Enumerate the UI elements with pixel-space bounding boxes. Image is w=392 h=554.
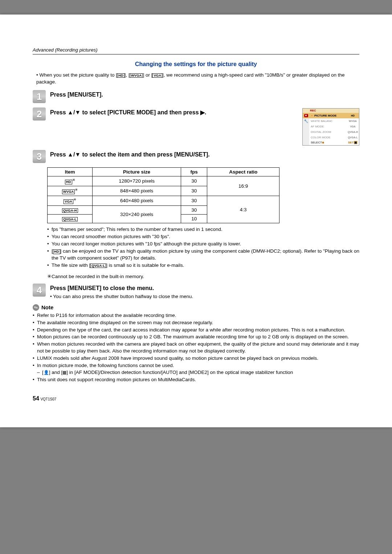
th-fps: fps <box>181 167 207 176</box>
menu-title: REC <box>309 109 359 113</box>
note-item: Motion pictures can be recorded continuo… <box>33 334 359 341</box>
th-size: Picture size <box>93 167 181 176</box>
menu-item: DIGITAL ZOOM <box>309 129 347 135</box>
table-cell: 30 <box>181 196 207 205</box>
note-item: LUMIX models sold after August 2008 have… <box>33 355 359 362</box>
note-item: In motion picture mode, the following fu… <box>33 362 359 376</box>
tracking-icon: ▦ <box>62 370 66 375</box>
step-subtext: • You can also press the shutter button … <box>50 294 359 299</box>
table-cell: QVGA-H <box>48 205 93 214</box>
note-item: This unit does not support recording mot… <box>33 376 359 383</box>
note-heading: ✎ Note <box>33 304 359 311</box>
menu-val: VGA <box>347 124 359 129</box>
th-aspect: Aspect ratio <box>207 167 279 176</box>
menu-set-label: SET <box>348 141 354 144</box>
step-text: Press [MENU/SET]. <box>50 90 359 98</box>
menu-item: AF MODE <box>309 124 347 129</box>
doc-code: VQT1S07 <box>40 397 56 401</box>
step-text: Press ▲/▼ to select [PICTURE MODE] and t… <box>50 107 298 116</box>
page-number: 54 <box>33 395 39 402</box>
table-cell: 1280×720 pixels <box>93 176 181 186</box>
page-footer: 54 VQT1S07 <box>33 395 56 402</box>
asterisk-note: ✳Cannot be recorded in the built-in memo… <box>47 273 359 279</box>
table-cell: 10 <box>181 215 207 223</box>
step-number: 2 <box>33 107 46 121</box>
table-cell: WVGA✳ <box>48 186 93 196</box>
note-item: The file size with [QVGA-L] is small so … <box>47 262 359 269</box>
menu-item: COLOR MODE <box>309 135 347 140</box>
section-heading: Changing the settings for the picture qu… <box>33 61 359 68</box>
step-number: 3 <box>33 150 46 163</box>
menu-val: QVGA-L <box>347 135 359 140</box>
note-item: The available recording time displayed o… <box>33 319 359 326</box>
note-subitem: [👤] and [▦] in [AF MODE]/Direction detec… <box>37 369 359 376</box>
menu-val: HD <box>347 113 359 118</box>
step-1: 1 Press [MENU/SET]. <box>33 90 359 103</box>
note-item: You can record longer motion pictures wi… <box>47 241 359 248</box>
step-number: 4 <box>33 284 46 297</box>
notes-list: Refer to P116 for information about the … <box>33 312 359 383</box>
step-text: Press [MENU/SET] to close the menu. • Yo… <box>50 284 359 299</box>
manual-page: Advanced (Recording pictures) Changing t… <box>0 15 392 427</box>
table-cell: 848×480 pixels <box>93 186 181 196</box>
section-breadcrumb: Advanced (Recording pictures) <box>33 47 359 53</box>
note-item: Refer to P116 for information about the … <box>33 312 359 319</box>
table-cell: 30 <box>181 205 207 214</box>
wrench-tab-icon: 🔧 <box>303 118 309 124</box>
divider <box>33 54 359 54</box>
table-cell: VGA✳ <box>48 196 93 205</box>
th-item: Item <box>48 167 93 176</box>
note-item: Depending on the type of the card, the c… <box>33 327 359 334</box>
step-number: 1 <box>33 90 46 103</box>
menu-item: WHITE BALANC <box>309 118 347 124</box>
menu-item-picture-mode: ←PICTURE MODE <box>309 113 347 118</box>
menu-val: QVGA-H <box>347 129 359 135</box>
table-cell: 4:3 <box>207 196 279 223</box>
camera-tab-icon <box>303 113 309 118</box>
step-4: 4 Press [MENU/SET] to close the menu. • … <box>33 284 359 299</box>
menu-preview: REC ←PICTURE MODE HD 🔧 WHITE BALANC WVGA… <box>302 108 359 146</box>
intro-text: • When you set the picture quality to [H… <box>36 72 359 86</box>
hd-glyph: HD <box>117 73 124 78</box>
menu-val: WVGA <box>347 118 359 124</box>
table-cell: 320×240 pixels <box>93 205 181 223</box>
step-3: 3 Press ▲/▼ to select the item and then … <box>33 150 359 163</box>
table-cell: 16:9 <box>207 176 279 196</box>
face-detect-icon: 👤 <box>44 370 49 375</box>
vga-glyph: VGA <box>152 73 162 78</box>
table-cell: 30 <box>181 186 207 196</box>
step-text: Press ▲/▼ to select the item and then pr… <box>50 150 359 158</box>
table-cell: QVGA-L <box>48 215 93 223</box>
table-cell: 640×480 pixels <box>93 196 181 205</box>
wvga-glyph: WVGA <box>130 73 143 78</box>
table-cell: HD✳ <box>48 176 93 186</box>
note-item: When motion pictures recorded with the c… <box>33 341 359 355</box>
note-item: You can record smoother motion pictures … <box>47 233 359 240</box>
note-icon: ✎ <box>32 303 41 312</box>
step-2: 2 Press ▲/▼ to select [PICTURE MODE] and… <box>33 107 359 146</box>
table-cell: 30 <box>181 176 207 186</box>
note-item: [HD] can be enjoyed on the TV as high qu… <box>47 248 359 262</box>
picture-mode-table: Item Picture size fps Aspect ratio HD✳ 1… <box>47 167 279 224</box>
table-notes: fps "frames per second"; This refers to … <box>47 226 359 269</box>
menu-select-label: SELECT <box>311 141 322 144</box>
note-item: fps "frames per second"; This refers to … <box>47 226 359 233</box>
